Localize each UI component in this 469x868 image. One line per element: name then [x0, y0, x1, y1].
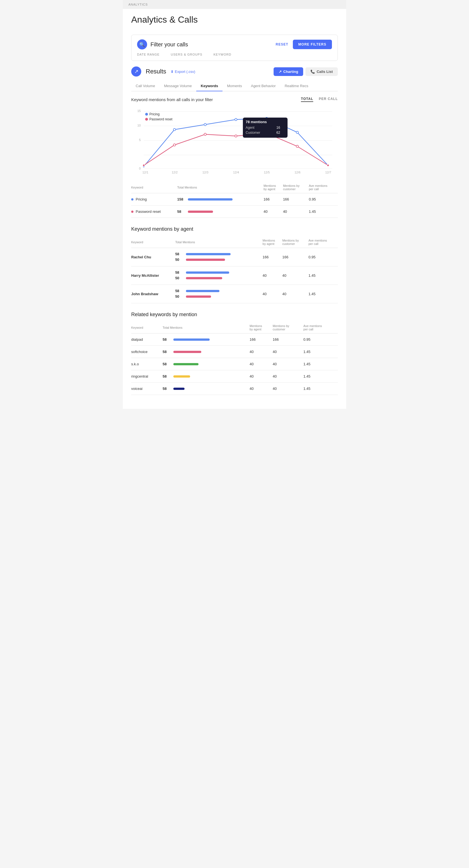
- col-by-customer: Mentions bycustomer: [283, 182, 309, 193]
- filter-header: 🔍 Filter your calls RESET MORE FILTERS: [137, 39, 332, 50]
- reset-button[interactable]: RESET: [276, 42, 288, 46]
- table-row: Pricing 158 166 166 0.95: [131, 193, 338, 206]
- bar-visual: [186, 258, 225, 261]
- keyword-table: Keyword Total Mentions Mentionsby agent …: [131, 182, 338, 218]
- tab-realtime-recs[interactable]: Realtime Recs: [280, 81, 313, 91]
- page-title: Analytics & Calls: [131, 14, 338, 29]
- more-filters-button[interactable]: MORE FILTERS: [293, 40, 332, 49]
- bar-visual: [186, 290, 219, 292]
- total-cell: 58: [177, 206, 263, 218]
- agent-by-agent: 40: [263, 267, 283, 285]
- svg-text:12/4: 12/4: [233, 170, 239, 174]
- users-groups-label[interactable]: USERS & GROUPS: [171, 53, 202, 56]
- results-header: ↗ Results ⬇ Export (.csv) ↗ Charting 📞 C…: [131, 66, 338, 76]
- results-title: Results: [146, 68, 166, 75]
- by-agent-cell: 166: [263, 193, 283, 206]
- agent-section-title: Keyword mentions by agent: [131, 226, 338, 232]
- related-by-customer: 166: [273, 334, 304, 346]
- svg-text:Customer: Customer: [246, 131, 260, 134]
- per-call-toggle[interactable]: PER CALL: [319, 97, 338, 102]
- svg-point-19: [235, 135, 237, 137]
- bar-visual: [186, 296, 211, 298]
- svg-text:12/1: 12/1: [143, 170, 148, 174]
- view-toggle: ↗ Charting 📞 Calls List: [274, 67, 338, 76]
- by-agent-cell: 40: [263, 206, 283, 218]
- svg-text:5: 5: [139, 138, 141, 142]
- keyword-cell: Password reset: [131, 206, 177, 218]
- svg-text:Password reset: Password reset: [149, 117, 173, 121]
- tabs-bar: Call Volume Message Volume Keywords Mome…: [131, 81, 338, 91]
- col-total: Total Mentions: [177, 182, 263, 193]
- calls-list-button[interactable]: 📞 Calls List: [305, 67, 338, 76]
- svg-point-16: [143, 164, 145, 166]
- agent-col-total: Total Mentions: [175, 237, 263, 248]
- tab-moments[interactable]: Moments: [222, 81, 246, 91]
- related-keyword-cell: softchoice: [131, 346, 163, 358]
- related-col-by-customer: Mentions bycustomer: [273, 322, 304, 334]
- calls-list-label: Calls List: [317, 69, 333, 74]
- top-bar-label: ANALYTICS: [128, 3, 148, 6]
- by-customer-cell: 40: [283, 206, 309, 218]
- agent-bars-cell: 58 50: [175, 248, 263, 267]
- related-per-call: 1.45: [304, 382, 338, 395]
- bar-visual: [174, 339, 210, 341]
- agent-by-agent: 40: [263, 285, 283, 303]
- charting-button[interactable]: ↗ Charting: [274, 67, 303, 76]
- svg-text:Pricing: Pricing: [149, 112, 160, 116]
- per-call-cell: 1.45: [309, 206, 338, 218]
- svg-text:0: 0: [139, 167, 141, 170]
- related-total-cell: 58: [163, 382, 250, 395]
- svg-text:16: 16: [276, 126, 280, 130]
- table-row: dialpad 58 166 166 0.95: [131, 334, 338, 346]
- bar-visual: [174, 375, 190, 378]
- total-toggle[interactable]: TOTAL: [301, 97, 313, 102]
- tab-agent-behavior[interactable]: Agent Behavior: [247, 81, 280, 91]
- table-row: ringcentral 58 40 40 1.45: [131, 370, 338, 382]
- related-total-cell: 58: [163, 370, 250, 382]
- related-by-agent: 40: [250, 346, 273, 358]
- svg-text:12/5: 12/5: [264, 170, 270, 174]
- related-total-cell: 58: [163, 346, 250, 358]
- keyword-label[interactable]: KEYWORD: [214, 53, 231, 56]
- export-label: Export (.csv): [175, 69, 195, 74]
- filter-search-icon: 🔍: [137, 39, 147, 50]
- chart-container: 15 10 5 0: [131, 106, 338, 179]
- per-call-cell: 0.95: [309, 193, 338, 206]
- phone-icon: 📞: [310, 69, 315, 74]
- agent-by-customer: 40: [282, 285, 309, 303]
- filter-labels: DATE RANGE USERS & GROUPS KEYWORD: [137, 53, 332, 56]
- date-range-label[interactable]: DATE RANGE: [137, 53, 160, 56]
- related-by-agent: 40: [250, 370, 273, 382]
- svg-text:78 mentions: 78 mentions: [246, 120, 267, 124]
- related-per-call: 1.45: [304, 358, 338, 370]
- keyword-cell: Pricing: [131, 193, 177, 206]
- svg-point-14: [296, 131, 299, 133]
- tab-message-volume[interactable]: Message Volume: [159, 81, 196, 91]
- agent-col-by-agent: Mentionsby agent: [263, 237, 283, 248]
- svg-text:12/7: 12/7: [325, 170, 331, 174]
- related-col-per-call: Ave mentionsper call: [304, 322, 338, 334]
- svg-point-11: [204, 123, 206, 126]
- related-by-customer: 40: [273, 346, 304, 358]
- agent-by-customer: 40: [282, 267, 309, 285]
- svg-text:10: 10: [137, 124, 141, 127]
- tab-call-volume[interactable]: Call Volume: [131, 81, 159, 91]
- related-keyword-cell: dialpad: [131, 334, 163, 346]
- agent-per-call: 1.45: [309, 285, 338, 303]
- table-row: voiceai 58 40 40 1.45: [131, 382, 338, 395]
- chart-header: Keyword mentions from all calls in your …: [131, 97, 338, 102]
- bar-visual: [174, 351, 201, 353]
- bar-visual: [186, 272, 229, 274]
- related-col-total: Total Mentions: [163, 322, 250, 334]
- col-per-call: Ave mentionsper call: [309, 182, 338, 193]
- tab-keywords[interactable]: Keywords: [196, 81, 222, 91]
- export-link[interactable]: ⬇ Export (.csv): [170, 69, 195, 74]
- agent-name-cell: Rachel Chu: [131, 248, 175, 267]
- chart-toggle: TOTAL PER CALL: [301, 97, 338, 102]
- related-by-agent: 40: [250, 358, 273, 370]
- agent-col-per-call: Ave mentionsper call: [309, 237, 338, 248]
- related-per-call: 0.95: [304, 334, 338, 346]
- filter-section: 🔍 Filter your calls RESET MORE FILTERS D…: [131, 35, 338, 61]
- svg-text:12/3: 12/3: [202, 170, 208, 174]
- agent-table: Keyword Total Mentions Mentionsby agent …: [131, 237, 338, 303]
